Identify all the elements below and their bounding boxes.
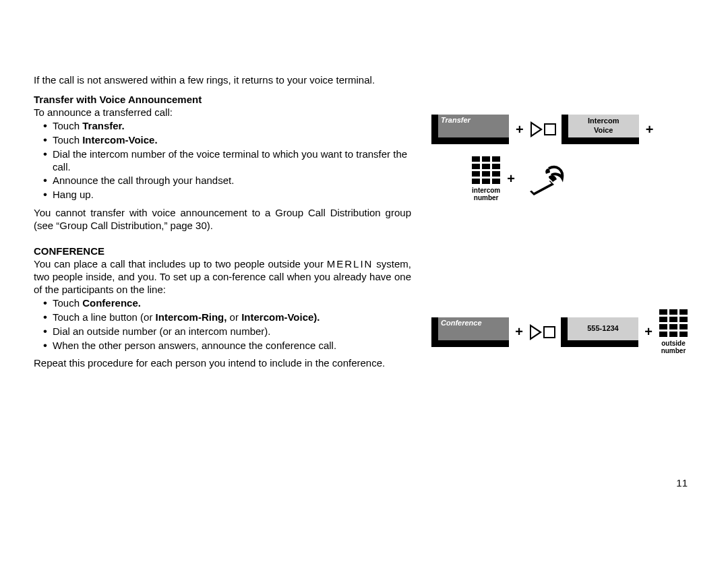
handset-icon: [522, 159, 569, 199]
section1-lead: To announce a transferred call:: [34, 106, 411, 119]
keypad-intercom-icon: intercom number: [472, 156, 500, 201]
plus-icon: +: [644, 121, 655, 138]
fig1-row1: Transfer + Intercom Voice: [431, 115, 688, 144]
bullet-touch-line-button: Touch a line button (or Intercom-Ring, o…: [34, 311, 411, 324]
section2-bullet-list: Touch Conference. Touch a line button (o…: [34, 297, 411, 352]
button-dialed-number-icon: 555-1234: [561, 317, 638, 347]
bullet-touch-intercom-voice: Touch Intercom-Voice.: [34, 134, 411, 147]
heading-transfer-voice: Transfer with Voice Announcement: [34, 94, 411, 106]
button-conference-icon: Conference: [431, 317, 508, 347]
bullet-dial-outside: Dial an outside number (or an intercom n…: [34, 325, 411, 338]
intro-paragraph: If the call is not answered within a few…: [34, 74, 411, 87]
main-text-column: If the call is not answered within a few…: [34, 74, 411, 370]
section1-bullet-list: Touch Transfer. Touch Intercom-Voice. Di…: [34, 120, 411, 201]
plus-icon: +: [514, 323, 524, 340]
heading-conference: CONFERENCE: [34, 245, 411, 258]
section1-tail: You cannot transfer with voice announcem…: [34, 207, 411, 232]
bullet-announce-call: Announce the call through your handset.: [34, 175, 411, 187]
bullet-touch-conference: Touch Conference.: [34, 297, 411, 310]
plus-icon: +: [506, 170, 516, 187]
section2-lead: You can place a call that includes up to…: [34, 258, 411, 296]
keypad-outside-icon: outside number: [659, 309, 688, 354]
button-transfer-icon: Transfer: [431, 115, 509, 144]
fig1-row2: intercom number +: [472, 156, 688, 201]
select-glyph-icon: [530, 324, 555, 340]
fig2-row: Conference + 555-1234 +: [431, 309, 688, 354]
bullet-touch-transfer: Touch Transfer.: [34, 120, 411, 133]
button-intercom-voice-icon: Intercom Voice: [562, 115, 639, 144]
page-number: 11: [676, 477, 688, 490]
select-glyph-icon: [530, 121, 556, 137]
bullet-hang-up: Hang up.: [34, 189, 411, 201]
section2-tail: Repeat this procedure for each person yo…: [34, 357, 411, 370]
plus-icon: +: [514, 121, 525, 138]
bullet-dial-intercom: Dial the intercom number of the voice te…: [34, 148, 411, 174]
bullet-announce-conference: When the other person answers, announce …: [34, 340, 411, 352]
plus-icon: +: [643, 323, 654, 340]
figure-column: Transfer + Intercom Voice: [431, 74, 688, 370]
